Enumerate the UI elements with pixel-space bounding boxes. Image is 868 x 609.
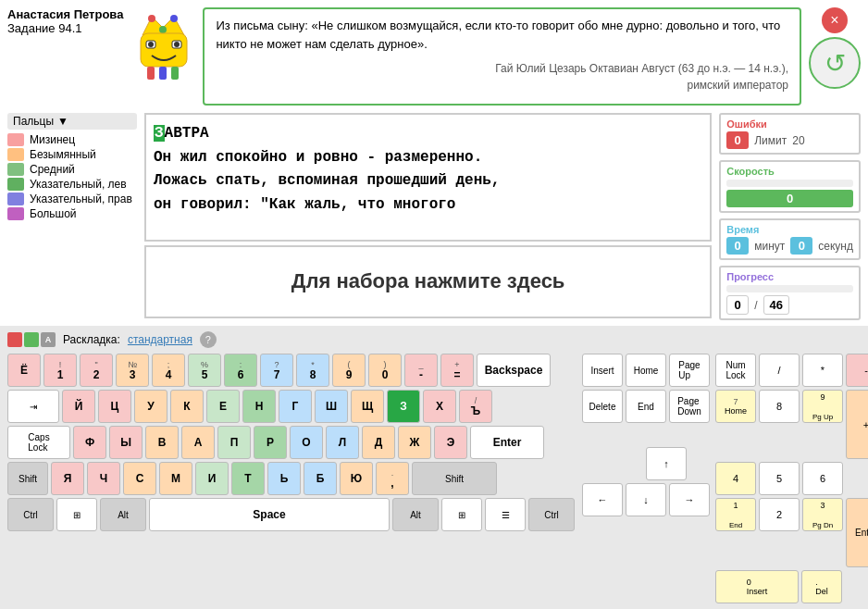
key-t[interactable]: Т [231,462,265,495]
key-down[interactable]: ↓ [626,483,666,516]
svg-rect-9 [147,67,155,80]
key-num-7[interactable]: 7Home [715,390,756,423]
lang-indicator: A [7,332,56,347]
key-sh[interactable]: Ш [315,390,348,423]
user-name: Анастасия Петрова [7,7,123,21]
key-backspace[interactable]: Backspace [477,354,551,387]
key-yo[interactable]: Ё [7,354,41,387]
key-home[interactable]: Home [626,354,666,387]
key-num-1[interactable]: 1End [715,498,756,531]
key-ts[interactable]: Ц [98,390,131,423]
key-f[interactable]: Ф [73,426,106,459]
key-caps-lock[interactable]: CapsLock [7,426,70,459]
key-shift-right[interactable]: Shift [412,462,497,495]
key-hard[interactable]: /Ъ [459,390,492,423]
key-num-enter[interactable]: Enter [846,498,868,567]
key-end[interactable]: End [626,390,666,423]
key-d[interactable]: Д [362,426,395,459]
close-button[interactable]: × [822,7,848,33]
key-win-left[interactable]: ⊞ [56,498,97,531]
help-button[interactable]: ? [200,331,217,348]
key-zh[interactable]: Ж [398,426,431,459]
key-5[interactable]: %5 [188,354,221,387]
key-l[interactable]: Л [326,426,359,459]
key-3[interactable]: №3 [116,354,149,387]
key-page-down[interactable]: PageDown [669,390,710,423]
key-num-minus[interactable]: - [846,354,868,387]
key-num-8[interactable]: 8 [759,390,800,423]
key-g[interactable]: Г [279,390,312,423]
key-left[interactable]: ← [582,483,623,516]
key-ye[interactable]: Е [206,390,240,423]
key-tab[interactable]: ⇥ [7,390,59,423]
key-j[interactable]: Й [62,390,95,423]
key-0[interactable]: )0 [368,354,402,387]
key-num-plus[interactable]: + [846,390,868,459]
key-num-lock[interactable]: NumLock [715,354,756,387]
key-minus[interactable]: _- [404,354,438,387]
key-insert[interactable]: Insert [582,354,623,387]
key-i[interactable]: И [195,462,229,495]
refresh-button[interactable]: ↺ [809,37,861,89]
typing-input-area[interactable]: Для набора нажмите здесь [144,245,712,318]
key-6[interactable]: :6 [224,354,257,387]
key-page-up[interactable]: PageUp [669,354,710,387]
key-win-right[interactable]: ⊞ [441,498,482,531]
key-space[interactable]: Space [149,498,390,531]
key-alt-left[interactable]: Alt [100,498,146,531]
key-dot[interactable]: ., [376,462,409,495]
key-up[interactable]: ↑ [646,447,687,480]
svg-point-2 [159,26,167,33]
key-b[interactable]: Б [304,462,337,495]
key-yu[interactable]: Ю [340,462,373,495]
key-num-4[interactable]: 4 [715,462,756,495]
svg-rect-10 [159,67,167,80]
key-num-5[interactable]: 5 [759,462,800,495]
key-o[interactable]: О [290,426,323,459]
key-right[interactable]: → [669,483,710,516]
key-num-3[interactable]: 3Pg Dn [802,498,843,531]
key-shift-left[interactable]: Shift [7,462,48,495]
key-m[interactable]: М [159,462,192,495]
key-r[interactable]: Р [254,426,287,459]
key-ch[interactable]: Ч [87,462,120,495]
key-num-star[interactable]: * [802,354,843,387]
key-4[interactable]: ;4 [152,354,185,387]
key-num-6[interactable]: 6 [802,462,843,495]
key-enter[interactable]: Enter [470,426,544,459]
key-ctrl-left[interactable]: Ctrl [7,498,54,531]
key-plus[interactable]: += [440,354,474,387]
key-8[interactable]: *8 [296,354,329,387]
key-p[interactable]: П [217,426,251,459]
key-num-dot[interactable]: .Del [801,570,842,603]
key-k[interactable]: К [170,390,204,423]
key-a[interactable]: А [181,426,215,459]
key-e[interactable]: Э [434,426,467,459]
fingers-header[interactable]: Пальцы ▼ [7,113,137,130]
key-h[interactable]: Х [423,390,456,423]
key-ya[interactable]: Я [51,462,84,495]
key-num-9[interactable]: 9Pg Up [802,390,843,423]
key-delete[interactable]: Delete [582,390,623,423]
key-u[interactable]: У [134,390,167,423]
key-num-slash[interactable]: / [759,354,800,387]
key-row-bottom: Shift Я Ч С М И Т Ь Б Ю ., Shift [7,462,575,495]
key-shch[interactable]: Щ [351,390,384,423]
key-1[interactable]: !1 [43,354,77,387]
key-z[interactable]: З [387,390,420,423]
nav-keys: Insert Home PageUp Delete End PageDown [582,354,710,603]
key-v[interactable]: В [145,426,179,459]
key-alt-right[interactable]: Alt [392,498,439,531]
key-7[interactable]: ?7 [260,354,293,387]
key-s[interactable]: С [123,462,156,495]
key-9[interactable]: (9 [332,354,366,387]
key-num-0[interactable]: 0Insert [715,570,799,603]
key-num-2[interactable]: 2 [759,498,800,531]
key-n[interactable]: Н [242,390,276,423]
key-soft[interactable]: Ь [267,462,301,495]
key-ctrl-right[interactable]: Ctrl [528,498,575,531]
key-2[interactable]: "2 [80,354,113,387]
key-yi[interactable]: Ы [109,426,143,459]
layout-name-link[interactable]: стандартная [128,333,192,346]
key-menu[interactable]: ☰ [485,498,526,531]
